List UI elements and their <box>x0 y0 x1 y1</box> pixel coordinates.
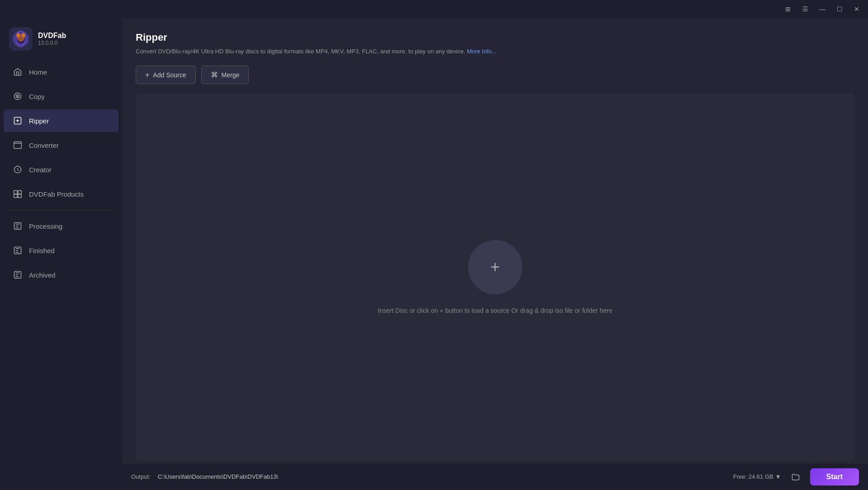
free-space: Free: 24.61 GB ▼ <box>733 473 781 480</box>
sidebar-item-ripper[interactable]: Ripper <box>4 109 119 132</box>
sidebar-item-processing[interactable]: Processing <box>4 215 119 237</box>
merge-button[interactable]: ⌘ Merge <box>201 66 249 84</box>
sidebar-item-processing-label: Processing <box>29 222 62 230</box>
maximize-button[interactable]: ☐ <box>833 2 846 16</box>
creator-icon <box>13 165 23 174</box>
drop-zone[interactable]: + Insert Disc or click on + button to lo… <box>136 93 854 461</box>
archived-icon <box>13 270 23 280</box>
ripper-icon <box>13 116 23 126</box>
sidebar-item-home[interactable]: Home <box>4 61 119 83</box>
svg-point-9 <box>17 96 18 97</box>
app-name-version: DVDFab 13.0.0.0 <box>38 32 66 46</box>
add-source-circle-button[interactable]: + <box>468 240 522 294</box>
svg-rect-13 <box>14 191 18 194</box>
finished-icon <box>13 245 23 255</box>
toolbar: + Add Source ⌘ Merge <box>136 66 854 84</box>
sidebar-item-finished[interactable]: Finished <box>4 239 119 262</box>
sidebar-item-creator[interactable]: Creator <box>4 158 119 181</box>
sidebar-item-creator-label: Creator <box>29 166 52 174</box>
sidebar-item-converter-label: Converter <box>29 141 59 149</box>
sidebar-item-ripper-label: Ripper <box>29 117 49 125</box>
folder-icon <box>791 472 800 481</box>
svg-rect-14 <box>18 191 22 194</box>
browse-folder-button[interactable] <box>788 470 803 484</box>
titlebar: ⊞ ☰ — ☐ ✕ <box>0 0 868 18</box>
main-content: Ripper Convert DVD/Blu-ray/4K Ultra HD B… <box>122 18 868 490</box>
page-title: Ripper <box>136 32 854 43</box>
drop-hint: Insert Disc or click on + button to load… <box>378 307 612 314</box>
app-version: 13.0.0.0 <box>38 40 66 46</box>
content-area: Ripper Convert DVD/Blu-ray/4K Ultra HD B… <box>122 18 868 463</box>
sidebar-item-home-label: Home <box>29 68 47 76</box>
sidebar-item-archived-label: Archived <box>29 271 55 279</box>
sidebar-item-dvdfab-products-label: DVDFab Products <box>29 190 84 198</box>
copy-icon <box>13 91 23 101</box>
converter-icon <box>13 140 23 150</box>
minimize-button[interactable]: — <box>816 2 829 16</box>
start-button[interactable]: Start <box>810 468 859 485</box>
add-icon: + <box>145 71 149 79</box>
merge-icon: ⌘ <box>211 71 218 79</box>
sidebar-item-converter[interactable]: Converter <box>4 134 119 156</box>
plus-icon: + <box>490 259 500 275</box>
page-description: Convert DVD/Blu-ray/4K Ultra HD Blu-ray … <box>136 48 854 55</box>
close-button[interactable]: ✕ <box>850 2 863 16</box>
sidebar-item-dvdfab-products[interactable]: DVDFab Products <box>4 183 119 205</box>
output-path: C:\Users\fab\Documents\DVDFab\DVDFab13\ <box>158 473 726 480</box>
grid-button[interactable]: ⊞ <box>781 2 795 16</box>
svg-point-6 <box>17 34 24 42</box>
dropdown-arrow-icon: ▼ <box>775 473 781 480</box>
sidebar-divider <box>7 210 115 210</box>
sidebar-item-copy-label: Copy <box>29 93 45 100</box>
menu-button[interactable]: ☰ <box>798 2 812 16</box>
processing-icon <box>13 221 23 231</box>
sidebar-item-copy[interactable]: Copy <box>4 85 119 108</box>
svg-rect-16 <box>18 194 22 198</box>
add-source-button[interactable]: + Add Source <box>136 66 196 84</box>
home-icon <box>13 67 23 77</box>
bottom-bar: Output: C:\Users\fab\Documents\DVDFab\DV… <box>122 463 868 490</box>
sidebar-item-archived[interactable]: Archived <box>4 264 119 286</box>
sidebar-item-finished-label: Finished <box>29 247 55 254</box>
svg-rect-15 <box>14 194 18 198</box>
more-info-link[interactable]: More Info... <box>467 48 497 55</box>
output-label: Output: <box>131 473 151 480</box>
app-name: DVDFab <box>38 32 66 40</box>
svg-rect-11 <box>14 142 22 149</box>
sidebar: DVDFab 13.0.0.0 Home Copy <box>0 18 122 490</box>
nav-menu: Home Copy Ripper <box>0 60 122 490</box>
window-controls: ⊞ ☰ — ☐ ✕ <box>781 2 863 16</box>
app-logo: DVDFab 13.0.0.0 <box>0 23 122 60</box>
products-icon <box>13 189 23 199</box>
logo-icon <box>9 27 33 51</box>
